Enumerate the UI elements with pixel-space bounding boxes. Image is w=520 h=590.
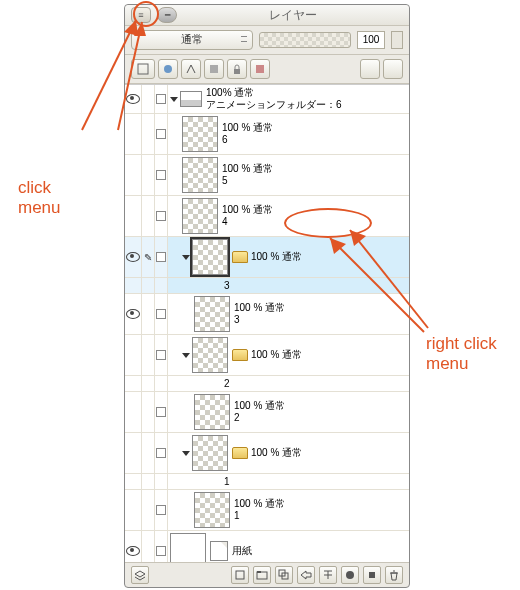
- folder-icon: [232, 349, 248, 361]
- top-toolbar: 通常 100: [125, 26, 409, 55]
- expand-icon[interactable]: [182, 353, 190, 358]
- layer-thumb: [194, 296, 230, 332]
- lock-checkbox[interactable]: [156, 505, 166, 515]
- child-layer-row[interactable]: 100 % 通常1: [125, 490, 409, 531]
- layer-row[interactable]: 100 % 通常6: [125, 114, 409, 155]
- animation-folder-row[interactable]: 100% 通常 アニメーションフォルダー：6: [125, 85, 409, 114]
- footer-toolbar: [125, 562, 409, 587]
- svg-rect-11: [369, 572, 375, 578]
- ref-button[interactable]: [181, 59, 201, 79]
- layer-row[interactable]: 100 % 通常5: [125, 155, 409, 196]
- folder-icon: [232, 251, 248, 263]
- child-layer-row[interactable]: 100 % 通常3: [125, 294, 409, 335]
- folder-num-row: 3: [125, 278, 409, 294]
- svg-rect-3: [234, 69, 240, 74]
- paper-thumb: [170, 533, 206, 562]
- svg-rect-6: [257, 572, 267, 579]
- folder-num-row: 1: [125, 474, 409, 490]
- folder-row[interactable]: 100 % 通常: [125, 335, 409, 376]
- opacity-value[interactable]: 100: [357, 31, 385, 49]
- duplicate-button[interactable]: [275, 566, 293, 584]
- layer-thumb: [182, 157, 218, 193]
- mask-button-footer[interactable]: [341, 566, 359, 584]
- svg-point-10: [346, 571, 354, 579]
- lock-checkbox[interactable]: [156, 407, 166, 417]
- expand-icon[interactable]: [182, 451, 190, 456]
- new-folder-button[interactable]: [253, 566, 271, 584]
- folder-row[interactable]: 100 % 通常: [125, 433, 409, 474]
- folder-num-row: 2: [125, 376, 409, 392]
- color-button[interactable]: [250, 59, 270, 79]
- lock-checkbox[interactable]: [156, 94, 166, 104]
- lock-checkbox[interactable]: [156, 129, 166, 139]
- svg-rect-5: [236, 571, 244, 579]
- layer-thumb: [182, 116, 218, 152]
- layers-panel: ≡ ━ レイヤー 通常 100 100% 通常 アニメ: [124, 4, 410, 588]
- eye-icon[interactable]: [126, 546, 140, 556]
- folder-row[interactable]: ✎ 100 % 通常: [125, 237, 409, 278]
- opacity-slider[interactable]: [259, 32, 351, 48]
- merge-button[interactable]: [319, 566, 337, 584]
- lock-checkbox[interactable]: [156, 448, 166, 458]
- paper-row[interactable]: 用紙: [125, 531, 409, 562]
- svg-rect-4: [256, 65, 264, 73]
- opacity-stepper[interactable]: [391, 31, 403, 49]
- folder-icon: [232, 447, 248, 459]
- svg-rect-0: [138, 64, 148, 74]
- svg-rect-2: [210, 65, 218, 73]
- apply-button[interactable]: [363, 566, 381, 584]
- svg-point-1: [164, 65, 172, 73]
- lock-button[interactable]: [227, 59, 247, 79]
- blend-mode-select[interactable]: 通常: [131, 30, 253, 50]
- eye-icon[interactable]: [126, 94, 140, 104]
- svg-rect-7: [257, 571, 261, 573]
- panel-title: レイヤー: [183, 7, 403, 24]
- expand-icon[interactable]: [170, 97, 178, 102]
- eye-icon[interactable]: [126, 309, 140, 319]
- mode-toolbar: [125, 55, 409, 84]
- extra-button-2[interactable]: [383, 59, 403, 79]
- eye-icon[interactable]: [126, 252, 140, 262]
- expand-icon[interactable]: [182, 255, 190, 260]
- child-layer-row[interactable]: 100 % 通常2: [125, 392, 409, 433]
- layer-thumb: [182, 198, 218, 234]
- lock-checkbox[interactable]: [156, 350, 166, 360]
- minimize-button[interactable]: ━: [157, 7, 177, 23]
- layer-thumb: [192, 435, 228, 471]
- pen-icon: ✎: [144, 252, 152, 263]
- new-layer-button[interactable]: [231, 566, 249, 584]
- paper-icon: [210, 541, 228, 561]
- draft-button[interactable]: [204, 59, 224, 79]
- layer-thumb: [194, 394, 230, 430]
- layer-thumb: [192, 239, 228, 275]
- trash-button[interactable]: [385, 566, 403, 584]
- lock-checkbox[interactable]: [156, 546, 166, 556]
- lock-checkbox[interactable]: [156, 309, 166, 319]
- layer-thumb: [192, 337, 228, 373]
- lock-checkbox[interactable]: [156, 170, 166, 180]
- animation-folder-icon: [180, 91, 202, 107]
- transfer-button[interactable]: [297, 566, 315, 584]
- layer-list: 100% 通常 アニメーションフォルダー：6 100 % 通常6 100 % 通…: [125, 84, 409, 562]
- layers-icon[interactable]: [131, 566, 149, 584]
- panel-menu-button[interactable]: ≡: [131, 7, 151, 23]
- annotation-left-text: click menu: [18, 178, 61, 218]
- mask-button[interactable]: [131, 59, 155, 79]
- lock-checkbox[interactable]: [156, 252, 166, 262]
- layer-thumb: [194, 492, 230, 528]
- lock-checkbox[interactable]: [156, 211, 166, 221]
- titlebar: ≡ ━ レイヤー: [125, 5, 409, 26]
- annotation-right-text: right click menu: [426, 334, 497, 374]
- extra-button-1[interactable]: [360, 59, 380, 79]
- clip-button[interactable]: [158, 59, 178, 79]
- layer-row[interactable]: 100 % 通常4: [125, 196, 409, 237]
